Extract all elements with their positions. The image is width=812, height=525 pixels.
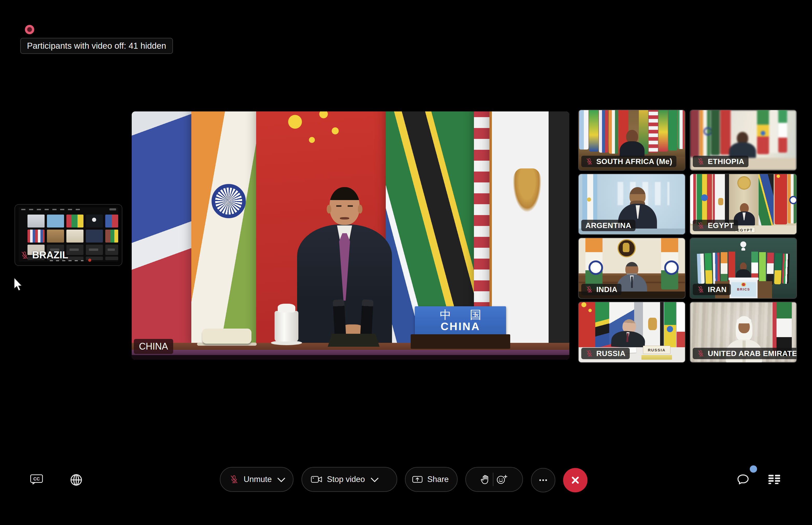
more-options-button[interactable] xyxy=(531,468,555,492)
participant-label: UNITED ARAB EMIRATES xyxy=(693,348,797,359)
mouse-cursor-arrow xyxy=(14,278,23,291)
participant-person xyxy=(729,132,756,158)
muted-mic-icon xyxy=(586,286,593,293)
participant-tile-ethiopia[interactable]: ETHIOPIA xyxy=(690,110,797,171)
chat-bubble-icon[interactable] xyxy=(736,473,750,487)
participant-label: ETHIOPIA xyxy=(693,156,749,167)
participant-label: SOUTH AFRICA (Me) xyxy=(581,156,676,167)
chevron-down-icon[interactable] xyxy=(277,474,285,482)
muted-mic-icon xyxy=(586,349,593,357)
leave-meeting-button[interactable] xyxy=(563,468,588,492)
participant-label: INDIA xyxy=(581,284,621,295)
folded-towel xyxy=(202,329,251,344)
flag-india xyxy=(191,111,264,347)
participant-label-brazil: BRAZIL xyxy=(20,250,68,261)
share-label: Share xyxy=(427,475,449,484)
recording-dot-icon xyxy=(25,25,34,34)
muted-mic-icon xyxy=(697,222,705,229)
russia-desk-card: RUSSIA xyxy=(643,346,670,354)
muted-mic-icon xyxy=(586,158,593,165)
video-off-banner: Participants with video off: 41 hidden xyxy=(20,38,173,54)
participant-label: IRAN xyxy=(693,284,731,295)
floating-thumbnail-brazil[interactable]: BRAZIL xyxy=(15,204,122,266)
participant-label: EGYPT xyxy=(693,220,738,231)
reactions-smiley-plus-icon[interactable] xyxy=(496,474,508,484)
muted-mic-icon xyxy=(697,158,705,165)
participant-label: RUSSIA xyxy=(581,348,630,359)
participant-tile-argentina[interactable]: ARGENTINA xyxy=(578,174,685,235)
muted-mic-icon xyxy=(229,475,239,484)
egypt-eagle-emblem xyxy=(513,168,541,212)
divider xyxy=(493,472,493,486)
flag-russia xyxy=(132,111,199,347)
participant-tile-south-africa[interactable]: SOUTH AFRICA (Me) xyxy=(578,110,685,171)
chevron-down-icon[interactable] xyxy=(370,474,379,482)
leave-meeting-x-icon xyxy=(568,473,582,487)
chat-notification-dot xyxy=(750,465,757,472)
participant-label: ARGENTINA xyxy=(581,220,635,231)
share-button[interactable]: Share xyxy=(405,467,458,492)
raise-hand-icon[interactable] xyxy=(481,474,490,485)
interpretation-globe-icon[interactable] xyxy=(70,473,83,487)
muted-mic-icon xyxy=(697,349,705,357)
unmute-button[interactable]: Unmute xyxy=(220,467,294,492)
unmute-label: Unmute xyxy=(244,475,272,484)
muted-mic-icon xyxy=(697,286,705,293)
closed-captions-icon[interactable] xyxy=(30,474,43,485)
video-off-banner-text: Participants with video off: 41 hidden xyxy=(27,41,166,51)
participant-tile-india[interactable]: INDIA xyxy=(578,238,685,299)
stop-video-button[interactable]: Stop video xyxy=(301,467,397,492)
iran-podium-sign: BRICS xyxy=(735,287,752,291)
lidded-teacup xyxy=(273,304,300,345)
china-nameplate: 中 国 CHINA xyxy=(415,306,506,335)
more-options-ellipsis-icon xyxy=(537,474,549,486)
participant-tile-iran[interactable]: BRICS IRAN xyxy=(690,238,797,299)
participant-label-china: CHINA xyxy=(134,339,173,354)
participant-person xyxy=(611,318,646,349)
participants-panel-icon[interactable] xyxy=(767,474,781,485)
main-stage-video-china[interactable]: 中 国 CHINA CHINA xyxy=(132,111,569,360)
participant-tile-russia[interactable]: RUSSIA RUSSIA xyxy=(578,302,685,363)
video-camera-icon xyxy=(311,475,322,484)
ashoka-chakra xyxy=(211,184,246,218)
share-screen-icon xyxy=(412,475,423,483)
participant-tile-uae[interactable]: UNITED ARAB EMIRATES xyxy=(690,302,797,363)
muted-mic-icon xyxy=(20,251,29,260)
participant-tile-egypt[interactable]: EGYPT EGYPT xyxy=(690,174,797,235)
participant-person xyxy=(620,130,645,157)
stop-video-label: Stop video xyxy=(327,475,365,484)
participant-person xyxy=(736,262,751,280)
reactions-pill xyxy=(466,467,523,492)
